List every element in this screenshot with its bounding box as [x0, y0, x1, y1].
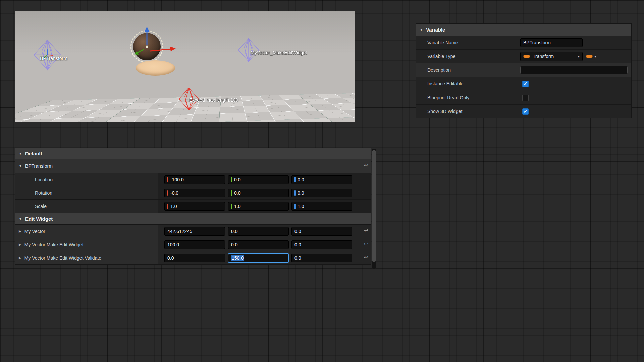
mv-mewv-x-value: 0.0: [167, 255, 174, 261]
my-vector-x-value: 442.612245: [167, 229, 192, 234]
exceed-max-length-3d-label: Exceed max length:100: [189, 97, 238, 103]
y-axis-strip-icon: [231, 177, 232, 182]
transform-pin-icon: [586, 55, 593, 58]
location-z-value: 0.0: [298, 177, 304, 182]
mv-mew-y-value: 0.0: [231, 242, 237, 247]
chevron-down-icon: ▼: [420, 28, 423, 32]
mv-mew-y-field[interactable]: 0.0: [228, 240, 289, 249]
variable-type-dropdown[interactable]: Transform ▾: [520, 52, 583, 61]
check-icon: ✓: [524, 109, 528, 114]
scale-y-value: 1.0: [234, 204, 240, 209]
blueprint-read-only-label: Blueprint Read Only: [416, 95, 520, 100]
mv-mewv-z-value: 0.0: [294, 255, 301, 261]
edit-widget-category-header[interactable]: ▼ Edit Widget: [15, 213, 371, 225]
location-y-value: 0.0: [234, 177, 240, 182]
description-row: Description: [416, 63, 631, 77]
variable-name-label: Variable Name: [416, 40, 520, 45]
rotation-z-field[interactable]: 0.0: [291, 189, 352, 197]
y-axis-strip-icon: [231, 204, 232, 209]
chevron-down-icon: ▾: [594, 54, 596, 59]
my-vector-z-field[interactable]: 0.0: [291, 227, 352, 236]
chevron-down-icon: ▼: [19, 152, 22, 155]
scrollbar-thumb[interactable]: [372, 150, 376, 262]
y-axis-strip-icon: [231, 190, 232, 196]
blueprint-read-only-row: Blueprint Read Only: [416, 91, 631, 105]
z-axis-strip-icon: [294, 177, 296, 182]
blueprint-read-only-checkbox[interactable]: [522, 95, 529, 101]
reset-to-default-button[interactable]: ↩: [364, 163, 368, 168]
chevron-down-icon: ▼: [19, 164, 22, 168]
mv-mewv-y-value: 150.0: [231, 255, 244, 261]
variable-name-row: Variable Name BPTransform: [416, 36, 631, 50]
show-3d-widget-checkbox[interactable]: ✓: [522, 108, 529, 115]
show-3d-widget-label: Show 3D Widget: [416, 109, 520, 114]
my-vector-z-value: 0.0: [294, 229, 301, 234]
variable-section-header[interactable]: ▼ Variable: [416, 24, 631, 36]
bptransform-3d-label: BPTransform: [40, 56, 67, 61]
check-icon: ✓: [524, 81, 528, 86]
reset-to-default-button[interactable]: ↩: [364, 241, 368, 247]
description-input[interactable]: [520, 66, 628, 74]
scale-z-value: 1.0: [298, 204, 304, 209]
location-x-field[interactable]: -100.0: [164, 175, 225, 184]
transform-pin-icon: [523, 55, 530, 58]
scale-y-field[interactable]: 1.0: [228, 202, 289, 211]
scale-row: Scale 1.0 1.0 1.0: [15, 200, 371, 213]
z-axis-strip-icon: [294, 204, 296, 209]
my-vector-make-edit-widget-row[interactable]: ▶ My Vector Make Edit Widget 100.0 0.0 0…: [15, 238, 371, 251]
details-scrollbar[interactable]: [372, 149, 376, 269]
rotation-row: Rotation -0.0 0.0 0.0: [15, 186, 371, 200]
my-vector-y-field[interactable]: 0.0: [228, 227, 289, 236]
my-vector-row[interactable]: ▶ My Vector 442.612245 0.0 0.0 ↩: [15, 225, 371, 238]
variable-details-panel: ▼ Variable Variable Name BPTransform Var…: [416, 23, 632, 118]
x-axis-arrow-icon: [170, 47, 176, 51]
3d-preview-viewport[interactable]: BPTransform MyVector_MakeEditWidget Exce…: [15, 11, 355, 122]
description-label: Description: [416, 67, 520, 73]
mv-mewv-y-field-selected[interactable]: 150.0: [228, 254, 289, 262]
location-x-value: -100.0: [170, 177, 184, 182]
mv-mewv-z-field[interactable]: 0.0: [291, 254, 352, 262]
container-type-selector[interactable]: ▾: [586, 54, 596, 59]
x-axis-strip-icon: [167, 190, 168, 196]
edit-widget-category-title: Edit Widget: [25, 216, 53, 222]
defaults-details-panel: ▼ Default ▼ BPTransform ↩ Location -100.…: [15, 148, 371, 265]
my-vector-make-edit-widget-validate-label: My Vector Make Edit Widget Validate: [24, 255, 101, 261]
instance-editable-row: Instance Editable ✓: [416, 77, 631, 91]
my-vector-y-value: 0.0: [231, 229, 237, 234]
variable-type-value: Transform: [533, 54, 575, 59]
variable-section-title: Variable: [426, 27, 445, 33]
chevron-down-icon: ▾: [578, 54, 580, 59]
rotation-y-field[interactable]: 0.0: [228, 189, 289, 197]
reset-to-default-button[interactable]: ↩: [364, 255, 368, 260]
location-label: Location: [35, 177, 53, 182]
mv-mew-x-field[interactable]: 100.0: [164, 240, 225, 249]
widget-disc: [136, 60, 175, 76]
chevron-right-icon: ▶: [19, 256, 21, 260]
my-vector-make-edit-widget-label: My Vector Make Edit Widget: [24, 242, 84, 247]
scale-z-field[interactable]: 1.0: [291, 202, 352, 211]
bptransform-row[interactable]: ▼ BPTransform ↩: [15, 159, 371, 173]
variable-type-label: Variable Type: [416, 54, 520, 59]
my-vector-make-edit-widget-validate-row[interactable]: ▶ My Vector Make Edit Widget Validate 0.…: [15, 251, 371, 265]
default-category-header[interactable]: ▼ Default: [15, 148, 371, 159]
scale-x-field[interactable]: 1.0: [164, 202, 225, 211]
rotation-x-field[interactable]: -0.0: [164, 189, 225, 197]
location-y-field[interactable]: 0.0: [228, 175, 289, 184]
mv-mewv-x-field[interactable]: 0.0: [164, 254, 225, 262]
location-z-field[interactable]: 0.0: [291, 175, 352, 184]
instance-editable-checkbox[interactable]: ✓: [522, 81, 529, 87]
chevron-right-icon: ▶: [19, 243, 21, 246]
sphere-mesh[interactable]: [133, 33, 161, 60]
my-vector-x-field[interactable]: 442.612245: [164, 227, 225, 236]
variable-name-input[interactable]: BPTransform: [520, 38, 583, 47]
mv-mew-z-field[interactable]: 0.0: [291, 240, 352, 249]
reset-to-default-button[interactable]: ↩: [364, 228, 368, 233]
mv-mew-x-value: 100.0: [167, 242, 179, 247]
bptransform-widget-wireframe[interactable]: [33, 39, 62, 71]
show-3d-widget-row: Show 3D Widget ✓: [416, 105, 631, 118]
my-vector-label: My Vector: [24, 229, 45, 234]
bptransform-label: BPTransform: [25, 163, 53, 169]
instance-editable-label: Instance Editable: [416, 81, 520, 86]
scale-label: Scale: [35, 204, 47, 209]
chevron-down-icon: ▼: [19, 217, 22, 221]
